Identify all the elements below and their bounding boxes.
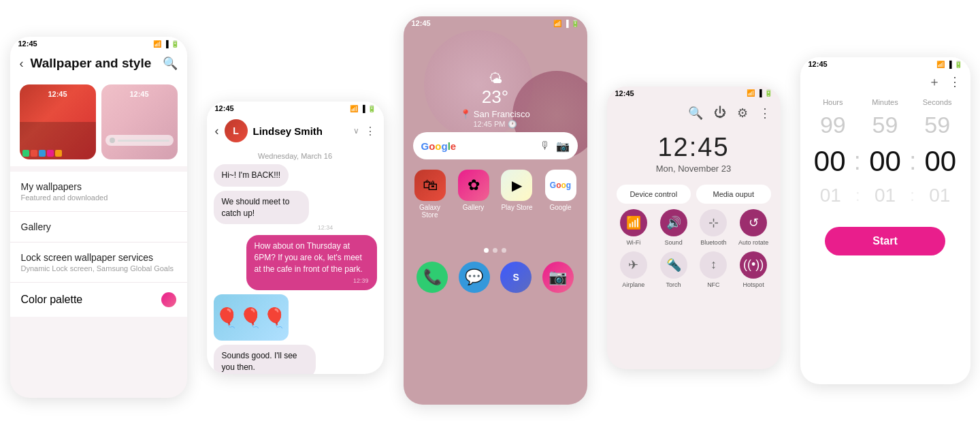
timer-bottom-row: 01 : 01 : 01 xyxy=(800,185,970,206)
menu-sub-lock: Dynamic Lock screen, Samsung Global Goal… xyxy=(21,264,176,272)
status-time-3: 12:45 xyxy=(412,19,431,27)
device-control-button[interactable]: Device control xyxy=(617,185,691,204)
qs-nfc-label: NFC xyxy=(707,281,720,288)
qs-wifi-toggle[interactable]: 📶 Wi-Fi xyxy=(617,209,651,246)
phone-messages: 12:45 📶 ▐ 🔋 ‹ L Lindsey Smith ∨ ⋮ Wednes… xyxy=(207,102,384,374)
google-search-bar[interactable]: Google 🎙 📷 xyxy=(413,132,578,159)
qs-clock: 12:45 Mon, November 23 xyxy=(607,125,781,176)
qs-toggles-row2: ✈ Airplane 🔦 Torch ↕ NFC ((•)) Hotspot xyxy=(607,251,781,288)
color-palette-dot xyxy=(161,292,176,307)
microphone-icon[interactable]: 🎙 xyxy=(540,140,551,152)
app-gallery[interactable]: ✿ Gallery xyxy=(458,170,489,219)
qs-autorotate-toggle[interactable]: ↺ Auto rotate xyxy=(736,209,771,246)
status-icons-5: 📶 ▐ 🔋 xyxy=(936,61,962,68)
dot-2 xyxy=(493,248,497,253)
wallpaper-menu: My wallpapers Featured and downloaded Ga… xyxy=(10,172,187,317)
signal-icon-1: ▐ xyxy=(163,40,168,48)
page-title: Wallpaper and style xyxy=(31,56,156,71)
status-time-1: 12:45 xyxy=(18,40,37,48)
qs-sound-toggle[interactable]: 🔊 Sound xyxy=(656,209,691,246)
app-galaxy-store[interactable]: 🛍 Galaxy Store xyxy=(412,170,448,219)
dot-1 xyxy=(484,248,489,253)
qs-bluetooth-toggle[interactable]: ⊹ Bluetooth xyxy=(696,209,731,246)
wallpaper-previews: 12:45 12:45 xyxy=(10,78,187,166)
qs-nfc-icon: ↕ xyxy=(700,251,727,279)
gallery-icon: ✿ xyxy=(458,170,489,201)
qs-nfc-toggle[interactable]: ↕ NFC xyxy=(696,251,731,288)
qs-wifi-label: Wi-Fi xyxy=(626,239,640,246)
app-grid: 🛍 Galaxy Store ✿ Gallery ▶ Play Store Go… xyxy=(404,170,587,219)
menu-item-color-palette[interactable]: Color palette xyxy=(10,283,187,317)
menu-item-my-wallpapers[interactable]: My wallpapers Featured and downloaded xyxy=(10,172,187,212)
signal-icon-5: ▐ xyxy=(947,61,951,68)
home-screen-inner: 12:45 📶 ▐ 🔋 🌤 23° 📍 San Francisco 12:45 … xyxy=(404,16,587,405)
dock-phone[interactable]: 📞 xyxy=(416,262,448,293)
menu-item-gallery[interactable]: Gallery xyxy=(10,212,187,243)
menu-title-gallery: Gallery xyxy=(21,221,176,232)
app-label-play: Play Store xyxy=(501,204,532,211)
chat-back-icon[interactable]: ‹ xyxy=(215,124,219,138)
qs-torch-toggle[interactable]: 🔦 Torch xyxy=(656,251,691,288)
qs-power-icon[interactable]: ⏻ xyxy=(714,106,726,120)
timer-bottom-seconds: 01 xyxy=(916,185,964,206)
lens-icon[interactable]: 📷 xyxy=(556,140,570,153)
status-bar-1: 12:45 📶 ▐ 🔋 xyxy=(10,37,187,50)
chevron-down-icon: ∨ xyxy=(353,126,359,136)
battery-icon-4: 🔋 xyxy=(764,89,772,97)
timer-seconds-label: Seconds xyxy=(911,95,964,112)
qs-settings-icon[interactable]: ⚙ xyxy=(737,106,748,121)
timer-top-seconds: 59 xyxy=(911,112,964,138)
message-bubble-received-3: Sounds good. I'll see you then. 12:40 xyxy=(214,345,342,374)
qs-hotspot-toggle[interactable]: ((•)) Hotspot xyxy=(736,251,771,288)
qs-action-buttons: Device control Media ouput xyxy=(617,185,771,204)
status-bar-3: 12:45 📶 ▐ 🔋 xyxy=(404,16,587,30)
app-google[interactable]: Goog Google xyxy=(545,170,576,219)
timer-start-row: Start xyxy=(800,227,970,255)
status-icons-3: 📶 ▐ 🔋 xyxy=(553,20,578,27)
battery-icon-2: 🔋 xyxy=(368,105,376,112)
status-icons-1: 📶 ▐ 🔋 xyxy=(153,40,178,48)
menu-item-lock-screen[interactable]: Lock screen wallpaper services Dynamic L… xyxy=(10,243,187,283)
qs-search-icon[interactable]: 🔍 xyxy=(688,106,703,121)
message-bubble-received-1: Hi~! I'm BACK!!! xyxy=(214,164,289,187)
more-timer-icon[interactable]: ⋮ xyxy=(949,74,961,89)
wallpaper-header: ‹ Wallpaper and style 🔍 xyxy=(10,50,187,78)
qs-more-icon[interactable]: ⋮ xyxy=(759,106,771,121)
wifi-icon-4: 📶 xyxy=(747,89,755,97)
back-icon[interactable]: ‹ xyxy=(20,57,24,71)
status-icons-2: 📶 ▐ 🔋 xyxy=(350,105,375,112)
msg-time-sent: 12:39 xyxy=(255,277,369,285)
dot-3 xyxy=(502,248,506,253)
qs-airplane-label: Airplane xyxy=(622,281,644,288)
search-icon[interactable]: 🔍 xyxy=(163,56,178,71)
wallpaper-preview-red[interactable]: 12:45 xyxy=(20,84,96,159)
phone-timer: 12:45 📶 ▐ 🔋 ＋ ⋮ Hours Minutes Seconds 99… xyxy=(800,57,970,384)
weather-icon: 🌤 xyxy=(404,71,587,87)
weather-city: 📍 San Francisco xyxy=(404,109,587,119)
qs-airplane-toggle[interactable]: ✈ Airplane xyxy=(617,251,651,288)
wallpaper-preview-pink[interactable]: 12:45 xyxy=(101,84,178,159)
media-output-button[interactable]: Media ouput xyxy=(696,185,771,204)
start-button[interactable]: Start xyxy=(825,227,945,255)
qs-wifi-icon: 📶 xyxy=(620,209,647,236)
wifi-icon-2: 📶 xyxy=(350,105,358,112)
phone-quick-settings: 12:45 📶 ▐ 🔋 🔍 ⏻ ⚙ ⋮ 12:45 Mon, November … xyxy=(607,87,781,369)
phone-icon: 📞 xyxy=(416,262,448,293)
camera-icon: 📷 xyxy=(542,262,574,293)
status-icons-4: 📶 ▐ 🔋 xyxy=(747,89,772,97)
qs-time: 12:45 xyxy=(607,133,781,162)
chat-avatar: L xyxy=(225,119,248,142)
app-play-store[interactable]: ▶ Play Store xyxy=(501,170,532,219)
qs-hotspot-icon: ((•)) xyxy=(740,251,767,279)
status-time-2: 12:45 xyxy=(215,104,234,112)
dock-camera[interactable]: 📷 xyxy=(542,262,574,293)
phone-wallpaper-settings: 12:45 📶 ▐ 🔋 ‹ Wallpaper and style 🔍 12:4… xyxy=(10,37,187,398)
timer-topbar: ＋ ⋮ xyxy=(800,71,970,95)
qs-sound-icon: 🔊 xyxy=(660,209,687,236)
dock-messages[interactable]: 💬 xyxy=(459,262,490,293)
qs-bluetooth-icon: ⊹ xyxy=(700,209,727,236)
menu-title-my-wallpapers: My wallpapers xyxy=(21,181,176,192)
more-icon[interactable]: ⋮ xyxy=(365,125,376,138)
add-timer-icon[interactable]: ＋ xyxy=(928,74,941,90)
dock-samsung[interactable]: S xyxy=(500,262,532,293)
